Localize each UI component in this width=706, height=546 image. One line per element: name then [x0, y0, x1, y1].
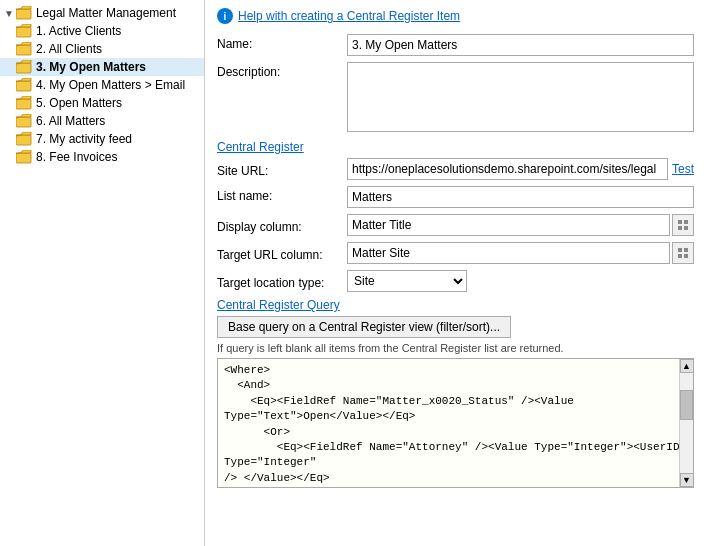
- svg-rect-7: [16, 135, 31, 145]
- folder-icon: [16, 96, 32, 110]
- svg-rect-12: [684, 226, 688, 230]
- svg-rect-3: [16, 63, 31, 73]
- svg-rect-4: [16, 81, 31, 91]
- description-row: Description:: [217, 62, 694, 132]
- help-link-text: Help with creating a Central Register It…: [238, 9, 460, 23]
- list-name-input[interactable]: [347, 186, 694, 208]
- target-url-picker-btn[interactable]: [672, 242, 694, 264]
- svg-rect-6: [16, 117, 31, 127]
- query-btn[interactable]: Base query on a Central Register view (f…: [217, 316, 511, 338]
- svg-rect-11: [678, 226, 682, 230]
- sidebar-item-label: 1. Active Clients: [36, 24, 121, 38]
- folder-icon: [16, 60, 32, 74]
- folder-icon: [16, 24, 32, 38]
- svg-rect-15: [678, 254, 682, 258]
- name-input[interactable]: [347, 34, 694, 56]
- query-hint: If query is left blank all items from th…: [217, 342, 694, 354]
- sidebar-item-label: 7. My activity feed: [36, 132, 132, 146]
- scrollbar-track: ▲ ▼: [679, 359, 693, 487]
- sidebar-item-label: 6. All Matters: [36, 114, 105, 128]
- site-url-input[interactable]: [347, 158, 668, 180]
- target-url-input[interactable]: [347, 242, 670, 264]
- svg-rect-9: [678, 220, 682, 224]
- folder-icon: [16, 78, 32, 92]
- picker-icon: [677, 219, 689, 231]
- sidebar-item-label: 3. My Open Matters: [36, 60, 146, 74]
- description-input[interactable]: [347, 62, 694, 132]
- svg-rect-2: [16, 45, 31, 55]
- scroll-down-btn[interactable]: ▼: [680, 473, 694, 487]
- folder-icon: [16, 114, 32, 128]
- site-url-label: Site URL:: [217, 161, 347, 178]
- root-folder-icon: [16, 6, 32, 20]
- name-label: Name:: [217, 34, 347, 51]
- sidebar: ▼ Legal Matter Management 1. Active Clie…: [0, 0, 205, 546]
- svg-rect-13: [678, 248, 682, 252]
- list-name-row: List name:: [217, 186, 694, 208]
- sidebar-item-activity-feed[interactable]: 7. My activity feed: [0, 130, 204, 148]
- expand-icon: ▼: [4, 8, 14, 19]
- sidebar-item-fee-invoices[interactable]: 8. Fee Invoices: [0, 148, 204, 166]
- scroll-thumb[interactable]: [680, 390, 693, 420]
- sidebar-items: 1. Active Clients 2. All Clients 3. My O…: [0, 22, 204, 166]
- display-column-row: Display column:: [217, 214, 694, 236]
- central-register-query-title: Central Register Query: [217, 298, 694, 312]
- svg-rect-10: [684, 220, 688, 224]
- display-column-input[interactable]: [347, 214, 670, 236]
- name-row: Name:: [217, 34, 694, 56]
- target-location-label: Target location type:: [217, 273, 347, 290]
- scroll-up-btn[interactable]: ▲: [680, 359, 694, 373]
- sidebar-item-all-clients[interactable]: 2. All Clients: [0, 40, 204, 58]
- test-link[interactable]: Test: [672, 162, 694, 176]
- main-content: i Help with creating a Central Register …: [205, 0, 706, 546]
- query-box-container: ▲ ▼: [217, 358, 694, 488]
- central-register-title: Central Register: [217, 140, 694, 154]
- svg-rect-14: [684, 248, 688, 252]
- display-column-label: Display column:: [217, 217, 347, 234]
- sidebar-item-my-open-matters[interactable]: 3. My Open Matters: [0, 58, 204, 76]
- svg-rect-5: [16, 99, 31, 109]
- sidebar-item-label: 4. My Open Matters > Email: [36, 78, 185, 92]
- svg-rect-8: [16, 153, 31, 163]
- target-url-label: Target URL column:: [217, 245, 347, 262]
- display-column-picker-btn[interactable]: [672, 214, 694, 236]
- folder-icon: [16, 132, 32, 146]
- sidebar-item-open-matters[interactable]: 5. Open Matters: [0, 94, 204, 112]
- query-xml-input[interactable]: [218, 359, 693, 487]
- description-label: Description:: [217, 62, 347, 79]
- site-url-row: Site URL: Test: [217, 158, 694, 180]
- folder-icon: [16, 150, 32, 164]
- sidebar-item-label: 2. All Clients: [36, 42, 102, 56]
- help-link[interactable]: i Help with creating a Central Register …: [217, 8, 694, 24]
- sidebar-item-active-clients[interactable]: 1. Active Clients: [0, 22, 204, 40]
- target-url-row: Target URL column:: [217, 242, 694, 264]
- sidebar-item-label: 5. Open Matters: [36, 96, 122, 110]
- svg-rect-16: [684, 254, 688, 258]
- folder-icon: [16, 42, 32, 56]
- target-location-row: Target location type: Site Library List: [217, 270, 694, 292]
- sidebar-item-all-matters[interactable]: 6. All Matters: [0, 112, 204, 130]
- sidebar-item-label: 8. Fee Invoices: [36, 150, 117, 164]
- target-location-select[interactable]: Site Library List: [347, 270, 467, 292]
- svg-rect-0: [16, 9, 31, 19]
- sidebar-item-my-open-matters-email[interactable]: 4. My Open Matters > Email: [0, 76, 204, 94]
- tree-root[interactable]: ▼ Legal Matter Management: [0, 4, 204, 22]
- info-icon: i: [217, 8, 233, 24]
- root-label: Legal Matter Management: [36, 6, 176, 20]
- picker-icon-2: [677, 247, 689, 259]
- list-name-label: List name:: [217, 186, 347, 203]
- svg-rect-1: [16, 27, 31, 37]
